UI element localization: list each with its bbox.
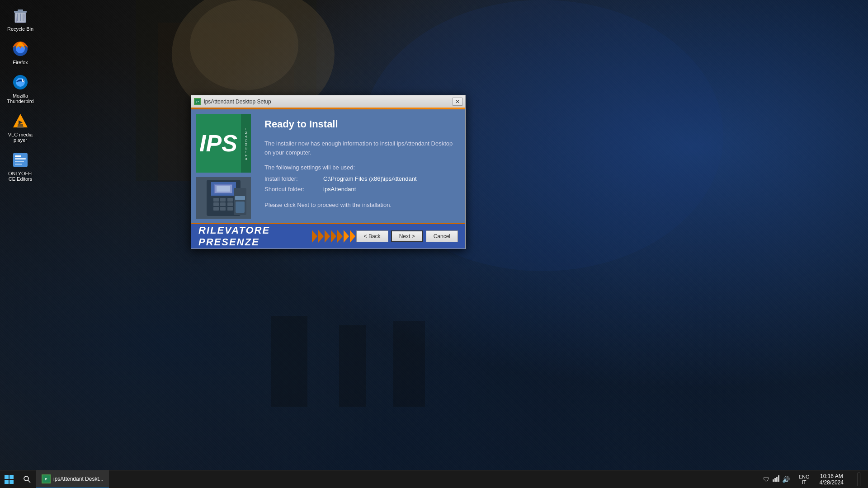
taskbar: P ipsAttendant Deskt... 🛡 🔊 ENG IT 10:1 xyxy=(0,470,868,488)
thunderbird-icon xyxy=(11,73,29,91)
app-titlebar-icon: P xyxy=(194,98,201,105)
arrow-3 xyxy=(325,230,330,243)
device-image xyxy=(196,177,251,219)
arrow-6 xyxy=(344,230,349,243)
clock-time: 10:16 AM xyxy=(820,473,843,479)
setup-heading: Ready to Install xyxy=(264,118,456,130)
onlyoffice-label: ONLYOFFICE Editors xyxy=(6,171,34,182)
arrow-2 xyxy=(318,230,324,243)
firefox-icon-item[interactable]: Firefox xyxy=(5,38,36,67)
setup-body: IPS ATTENDANT xyxy=(191,109,465,223)
vlc-label: VLC media player xyxy=(6,132,34,143)
svg-point-3 xyxy=(190,0,298,90)
window-title: ipsAttendant Desktop Setup xyxy=(204,99,453,105)
svg-rect-37 xyxy=(776,477,778,482)
network-tray-icon[interactable] xyxy=(772,475,779,483)
fob-reader xyxy=(234,188,246,215)
svg-rect-7 xyxy=(393,321,425,407)
windows-logo-icon xyxy=(5,475,14,484)
setup-desc1: The installer now has enough information… xyxy=(264,139,456,157)
svg-point-19 xyxy=(23,80,24,81)
ips-logo: IPS ATTENDANT xyxy=(196,114,251,173)
cancel-button[interactable]: Cancel xyxy=(426,230,458,242)
shortcut-folder-row: Shortcut folder: ipsAttendant xyxy=(264,186,456,192)
svg-rect-26 xyxy=(15,158,26,160)
svg-rect-6 xyxy=(339,325,366,407)
onlyoffice-icon xyxy=(11,151,29,169)
arrow-5 xyxy=(337,230,343,243)
banner-text: RILEVATORE PRESENZE xyxy=(198,225,307,248)
arrow-1 xyxy=(312,230,317,243)
show-desktop-button[interactable] xyxy=(850,470,868,488)
setup-footer: RILEVATORE PRESENZE < Back Next > Cancel xyxy=(191,223,465,249)
install-folder-value: C:\Program Files (x86)\ipsAttendant xyxy=(323,175,417,182)
footer-buttons: < Back Next > Cancel xyxy=(356,230,458,242)
setup-settings-title: The following settings will be used: xyxy=(264,164,456,171)
svg-rect-5 xyxy=(271,316,307,407)
svg-rect-28 xyxy=(15,164,22,165)
thunderbird-label: Mozilla Thunderbird xyxy=(6,93,34,104)
terminal-screen xyxy=(211,182,236,196)
recycle-bin-icon-item[interactable]: Recycle Bin xyxy=(5,5,36,33)
arrow-4 xyxy=(331,230,336,243)
taskbar-search-button[interactable] xyxy=(18,470,36,488)
firefox-label: Firefox xyxy=(13,60,28,65)
shortcut-folder-label: Shortcut folder: xyxy=(264,186,319,192)
taskbar-app-item[interactable]: P ipsAttendant Deskt... xyxy=(36,470,109,488)
vlc-icon: ▶ xyxy=(11,112,29,130)
next-button[interactable]: Next > xyxy=(391,230,423,242)
close-button[interactable]: ✕ xyxy=(453,98,462,106)
svg-rect-22 xyxy=(17,127,24,128)
system-tray: 🛡 🔊 xyxy=(760,470,793,488)
vlc-icon-item[interactable]: ▶ VLC media player xyxy=(5,110,36,145)
setup-right-panel: Ready to Install The installer now has e… xyxy=(255,109,465,223)
window-titlebar[interactable]: P ipsAttendant Desktop Setup ✕ xyxy=(191,95,466,108)
back-button[interactable]: < Back xyxy=(356,230,388,242)
arrow-7 xyxy=(350,230,355,243)
ips-logo-attendant-bar: ATTENDANT xyxy=(241,114,251,173)
recycle-bin-icon xyxy=(11,6,29,24)
terminal-keypad xyxy=(213,198,234,211)
svg-rect-27 xyxy=(15,161,24,162)
banner-arrows xyxy=(312,230,356,243)
taskbar-app-icon: P xyxy=(42,474,51,483)
svg-rect-36 xyxy=(774,478,776,482)
taskbar-app-label: ipsAttendant Deskt... xyxy=(53,476,104,482)
svg-rect-25 xyxy=(15,155,21,157)
svg-line-32 xyxy=(28,480,30,483)
svg-rect-10 xyxy=(18,9,23,11)
ips-logo-text: IPS xyxy=(199,131,237,155)
setup-window: P ipsAttendant Desktop Setup ✕ IPS ATTEN… xyxy=(191,95,466,249)
start-button[interactable] xyxy=(0,470,18,488)
svg-rect-24 xyxy=(13,153,28,167)
onlyoffice-icon-item[interactable]: ONLYOFFICE Editors xyxy=(5,149,36,183)
svg-rect-38 xyxy=(778,475,779,482)
taskbar-tray: 🛡 🔊 ENG IT 10:16 AM 4/28/2024 xyxy=(760,470,868,488)
language-text: ENG xyxy=(799,474,810,479)
recycle-bin-label: Recycle Bin xyxy=(7,26,33,32)
volume-tray-icon[interactable]: 🔊 xyxy=(782,476,790,483)
footer-banner: RILEVATORE PRESENZE xyxy=(198,225,356,248)
install-folder-label: Install folder: xyxy=(264,175,319,182)
language-indicator[interactable]: ENG IT xyxy=(795,474,813,485)
region-text: IT xyxy=(802,479,807,485)
thunderbird-icon-item[interactable]: Mozilla Thunderbird xyxy=(5,71,36,106)
shield-tray-icon[interactable]: 🛡 xyxy=(763,476,769,483)
svg-text:P: P xyxy=(45,478,47,481)
firefox-icon xyxy=(11,40,29,58)
fob-scan-area xyxy=(236,202,245,213)
svg-point-17 xyxy=(16,78,25,87)
ips-logo-attendant-text: ATTENDANT xyxy=(244,127,248,160)
setup-content-area: IPS ATTENDANT xyxy=(191,108,466,249)
clock-date: 4/28/2024 xyxy=(820,479,844,486)
setup-left-panel: IPS ATTENDANT xyxy=(191,109,255,223)
setup-desc2: Please click Next to proceed with the in… xyxy=(264,202,456,208)
desktop-icons-container: Recycle Bin Firefox Mozilla Thunderbird xyxy=(5,5,36,183)
shortcut-folder-value: ipsAttendant xyxy=(323,186,356,192)
install-folder-row: Install folder: C:\Program Files (x86)\i… xyxy=(264,175,456,182)
svg-rect-35 xyxy=(773,479,774,482)
taskbar-clock[interactable]: 10:16 AM 4/28/2024 xyxy=(815,470,848,488)
svg-text:P: P xyxy=(196,100,199,104)
svg-point-31 xyxy=(24,476,28,481)
